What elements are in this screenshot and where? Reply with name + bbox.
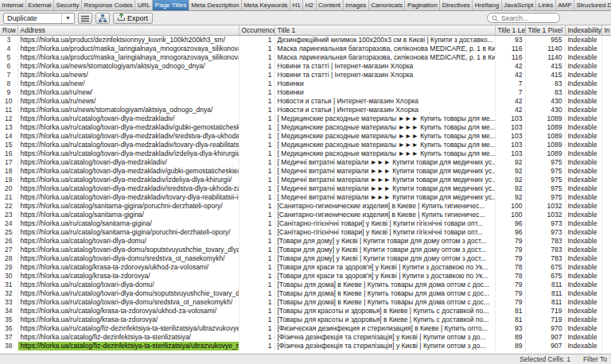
- indexability-cell[interactable]: Indexable: [565, 289, 601, 298]
- pixel-width-cell[interactable]: 975: [525, 158, 565, 167]
- occurrences-cell[interactable]: 1: [239, 176, 274, 184]
- title-cell[interactable]: [ Медичні витратні матеріали ►►► Купити …: [274, 158, 495, 167]
- address-cell[interactable]: https://hlorka.ua/catalog/tovari-dlya-me…: [18, 167, 239, 176]
- title-length-cell[interactable]: 42: [495, 106, 525, 114]
- indexability-status-cell[interactable]: [601, 184, 611, 193]
- title-length-cell[interactable]: 92: [495, 176, 525, 184]
- occurrences-cell[interactable]: 1: [239, 316, 274, 324]
- occurrences-cell[interactable]: 1: [239, 167, 274, 176]
- address-cell[interactable]: https://hlorka.ua/catalog/sanitarna-gigi…: [18, 202, 239, 211]
- title-cell[interactable]: Новости и статьи | Интернет-магазин Хлор…: [274, 97, 495, 106]
- title-length-cell[interactable]: 92: [495, 158, 525, 167]
- tab-external[interactable]: External: [26, 0, 54, 10]
- address-cell[interactable]: https://hlorka.ua/ru/news/: [18, 97, 239, 106]
- indexability-cell[interactable]: Indexable: [565, 149, 601, 158]
- row-number-cell[interactable]: 3: [0, 35, 18, 45]
- address-cell[interactable]: https://hlorka.ua/catalog/krasa-ta-zdoro…: [18, 272, 239, 281]
- pixel-width-cell[interactable]: 1032: [525, 211, 565, 219]
- address-cell[interactable]: https://hlorka.ua/ru/catalog/krasa-ta-zd…: [18, 316, 239, 324]
- title-length-cell[interactable]: 78: [495, 272, 525, 281]
- pixel-width-cell[interactable]: 907: [525, 342, 565, 350]
- row-number-cell[interactable]: 38: [0, 342, 18, 350]
- title-cell[interactable]: [Санитарно-гигиенические изделия] в Киев…: [274, 202, 495, 211]
- indexability-cell[interactable]: Indexable: [565, 281, 601, 289]
- title-cell[interactable]: [ Медицинские расходные материалы ►►► Ку…: [274, 123, 495, 132]
- title-cell[interactable]: [Товары для красоты и здоровья] в Киеве …: [274, 316, 495, 324]
- pixel-width-cell[interactable]: 415: [525, 71, 565, 79]
- address-cell[interactable]: https://hlorka.ua/catalog/tovari-dlya-me…: [18, 176, 239, 184]
- column-header-title-1-pixel-width[interactable]: Title 1 Pixel Width: [525, 25, 565, 35]
- pixel-width-cell[interactable]: 719: [525, 316, 565, 324]
- indexability-cell[interactable]: Indexable: [565, 141, 601, 149]
- row-number-cell[interactable]: 8: [0, 79, 18, 88]
- occurrences-cell[interactable]: 1: [239, 97, 274, 106]
- occurrences-cell[interactable]: 1: [239, 307, 274, 316]
- title-length-cell[interactable]: 96: [495, 219, 525, 228]
- address-cell[interactable]: https://hlorka.ua/ru/catalog/tovari-dlya…: [18, 149, 239, 158]
- address-cell[interactable]: https://hlorka.ua/product/maska_laringia…: [18, 53, 239, 62]
- address-cell[interactable]: https://hlorka.ua/catalog/krasa-ta-zdoro…: [18, 263, 239, 272]
- title-cell[interactable]: [ Медичні витратні матеріали ►►► Купити …: [274, 167, 495, 176]
- title-cell[interactable]: [Санітарно-гігієнічні товари] у Києві | …: [274, 228, 495, 237]
- pixel-width-cell[interactable]: 907: [525, 333, 565, 342]
- indexability-cell[interactable]: Indexable: [565, 97, 601, 106]
- tab-links[interactable]: Links: [536, 0, 556, 10]
- title-cell[interactable]: [Товари для краси та здоров'я] у Києві |…: [274, 263, 495, 272]
- indexability-status-cell[interactable]: [601, 62, 611, 71]
- column-header-title-1[interactable]: Title 1: [274, 25, 495, 35]
- row-number-cell[interactable]: 25: [0, 228, 18, 237]
- pixel-width-cell[interactable]: 1089: [525, 149, 565, 158]
- indexability-cell[interactable]: Indexable: [565, 237, 601, 246]
- row-number-cell[interactable]: 26: [0, 237, 18, 246]
- title-length-cell[interactable]: 92: [495, 167, 525, 176]
- indexability-cell[interactable]: Indexable: [565, 211, 601, 219]
- filter-dropdown[interactable]: Duplicate ▼: [3, 13, 75, 24]
- title-cell[interactable]: [Товари для краси та здоров'я] у Києві |…: [274, 272, 495, 281]
- indexability-status-cell[interactable]: [601, 106, 611, 114]
- address-cell[interactable]: https://hlorka.ua/catalog/tovari-dlya-do…: [18, 254, 239, 263]
- occurrences-cell[interactable]: 1: [239, 298, 274, 307]
- column-header-indexability[interactable]: Indexability: [565, 25, 601, 35]
- address-cell[interactable]: https://hlorka.ua/catalog/tovari-dlya-me…: [18, 193, 239, 202]
- pixel-width-cell[interactable]: 675: [525, 272, 565, 281]
- title-cell[interactable]: Новинки: [274, 79, 495, 88]
- title-length-cell[interactable]: 42: [495, 97, 525, 106]
- title-cell[interactable]: [Физическая дезинфекция и стерилизация] …: [274, 324, 495, 333]
- address-cell[interactable]: https://hlorka.ua/product/dezinfektsionn…: [18, 35, 239, 45]
- indexability-cell[interactable]: Indexable: [565, 132, 601, 141]
- title-length-cell[interactable]: 79: [495, 254, 525, 263]
- address-cell[interactable]: https://hlorka.ua/ru/catalog/sanitarna-g…: [18, 228, 239, 237]
- title-length-cell[interactable]: 103: [495, 123, 525, 132]
- address-cell[interactable]: https://hlorka.ua/ru/catalog/tovari-dlya…: [18, 281, 239, 289]
- indexability-cell[interactable]: Indexable: [565, 342, 601, 350]
- tab-meta-description[interactable]: Meta Description: [189, 0, 242, 10]
- indexability-status-cell[interactable]: [601, 272, 611, 281]
- address-cell[interactable]: https://hlorka.ua/catalog/tovari-dlya-do…: [18, 237, 239, 246]
- title-length-cell[interactable]: 100: [495, 202, 525, 211]
- indexability-status-cell[interactable]: [601, 263, 611, 272]
- occurrences-cell[interactable]: 1: [239, 237, 274, 246]
- title-length-cell[interactable]: 116: [495, 45, 525, 53]
- row-number-cell[interactable]: 12: [0, 114, 18, 123]
- address-cell[interactable]: https://hlorka.ua/product/maska_laringia…: [18, 45, 239, 53]
- title-cell[interactable]: [Фізична дезінфекція та стерилізація] у …: [274, 333, 495, 342]
- indexability-status-cell[interactable]: [601, 79, 611, 88]
- title-cell[interactable]: [ Медицинские расходные материалы ►►► Ку…: [274, 149, 495, 158]
- row-number-cell[interactable]: 29: [0, 263, 18, 272]
- row-number-cell[interactable]: 28: [0, 254, 18, 263]
- indexability-status-cell[interactable]: [601, 298, 611, 307]
- row-number-cell[interactable]: 15: [0, 141, 18, 149]
- indexability-status-cell[interactable]: [601, 45, 611, 53]
- row-number-cell[interactable]: 36: [0, 324, 18, 333]
- title-cell[interactable]: [ Медичні витратні матеріали ►►► Купити …: [274, 176, 495, 184]
- indexability-cell[interactable]: Indexable: [565, 106, 601, 114]
- title-cell[interactable]: Новини та статті | Інтернет-магазин Хлор…: [274, 71, 495, 79]
- title-cell[interactable]: Новини та статті | Інтернет-магазин Хлор…: [274, 62, 495, 71]
- title-cell[interactable]: [ Медичні витратні матеріали ►►► Купити …: [274, 184, 495, 193]
- indexability-cell[interactable]: Indexable: [565, 35, 601, 45]
- tab-images[interactable]: Images: [344, 0, 369, 10]
- occurrences-cell[interactable]: 1: [239, 106, 274, 114]
- occurrences-cell[interactable]: 1: [239, 141, 274, 149]
- title-cell[interactable]: Новости и статьи | Интернет-магазин Хлор…: [274, 106, 495, 114]
- indexability-status-cell[interactable]: [601, 228, 611, 237]
